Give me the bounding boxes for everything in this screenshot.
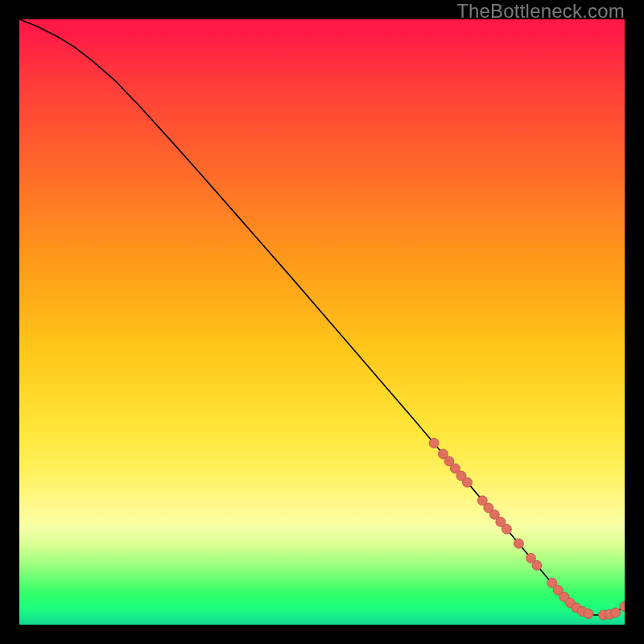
data-marker — [514, 539, 523, 548]
marker-group — [429, 438, 625, 620]
data-marker — [532, 560, 542, 570]
chart-area — [19, 19, 625, 625]
data-marker — [611, 608, 621, 617]
data-marker — [429, 438, 439, 448]
curve-layer — [19, 19, 625, 625]
data-marker — [462, 477, 472, 487]
data-marker — [584, 609, 593, 618]
curve-line — [19, 19, 625, 615]
data-marker — [502, 524, 511, 534]
watermark-text: TheBottleneck.com — [456, 0, 625, 23]
data-marker — [620, 601, 625, 611]
